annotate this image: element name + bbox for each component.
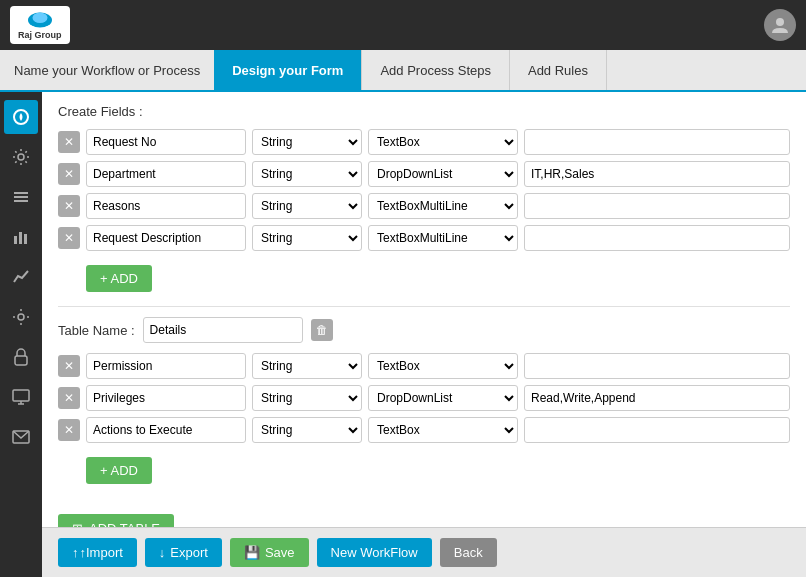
- svg-point-11: [18, 314, 24, 320]
- header: Raj Group: [0, 0, 806, 50]
- tfield-control-2[interactable]: DropDownListTextBoxTextBoxMultiLine: [368, 385, 518, 411]
- tfield-control-3[interactable]: TextBoxDropDownListTextBoxMultiLine: [368, 417, 518, 443]
- svg-rect-13: [13, 390, 29, 401]
- delete-field-1[interactable]: ✕: [58, 131, 80, 153]
- sidebar-item-email[interactable]: [4, 420, 38, 454]
- field-control-2[interactable]: DropDownListTextBoxTextBoxMultiLine: [368, 161, 518, 187]
- sidebar-item-gear[interactable]: [4, 140, 38, 174]
- svg-rect-9: [19, 232, 22, 244]
- tfield-name-1[interactable]: [86, 353, 246, 379]
- save-button[interactable]: 💾 Save: [230, 538, 309, 567]
- field-value-3[interactable]: [524, 193, 790, 219]
- field-name-2[interactable]: [86, 161, 246, 187]
- table-row: ✕ String TextBoxMultiLineTextBoxDropDown…: [58, 225, 790, 251]
- add-field-button[interactable]: + ADD: [86, 265, 152, 292]
- new-workflow-button[interactable]: New WorkFlow: [317, 538, 432, 567]
- fields-container: ✕ StringIntegerBooleanDate TextBoxDropDo…: [58, 129, 790, 251]
- table-name-input[interactable]: [143, 317, 303, 343]
- tab-add-rules[interactable]: Add Rules: [510, 50, 607, 90]
- field-control-3[interactable]: TextBoxMultiLineTextBoxDropDownList: [368, 193, 518, 219]
- field-name-1[interactable]: [86, 129, 246, 155]
- svg-rect-5: [14, 192, 28, 194]
- create-fields-label: Create Fields :: [58, 104, 790, 119]
- table-row: ✕ String DropDownListTextBoxTextBoxMulti…: [58, 161, 790, 187]
- field-control-1[interactable]: TextBoxDropDownListTextBoxMultiLine: [368, 129, 518, 155]
- field-value-2[interactable]: [524, 161, 790, 187]
- logo-text: Raj Group: [18, 30, 62, 40]
- export-button[interactable]: ↓ Export: [145, 538, 222, 567]
- sidebar-item-settings2[interactable]: [4, 300, 38, 334]
- logo-box: Raj Group: [10, 6, 70, 44]
- table-row: ✕ String TextBoxMultiLineTextBoxDropDown…: [58, 193, 790, 219]
- import-icon: ↑: [72, 545, 79, 560]
- tfield-type-3[interactable]: String: [252, 417, 362, 443]
- field-name-4[interactable]: [86, 225, 246, 251]
- sidebar-item-paint[interactable]: [4, 100, 38, 134]
- svg-point-1: [32, 13, 47, 24]
- table-fields-container: ✕ String TextBoxDropDownListTextBoxMulti…: [58, 353, 790, 443]
- tfield-value-1[interactable]: [524, 353, 790, 379]
- delete-tfield-1[interactable]: ✕: [58, 355, 80, 377]
- user-avatar: [764, 9, 796, 41]
- table-name-row: Table Name : 🗑: [58, 317, 790, 343]
- tfield-type-2[interactable]: String: [252, 385, 362, 411]
- tfield-name-3[interactable]: [86, 417, 246, 443]
- tfield-control-1[interactable]: TextBoxDropDownListTextBoxMultiLine: [368, 353, 518, 379]
- field-control-4[interactable]: TextBoxMultiLineTextBoxDropDownList: [368, 225, 518, 251]
- svg-point-4: [18, 154, 24, 160]
- delete-field-3[interactable]: ✕: [58, 195, 80, 217]
- delete-field-2[interactable]: ✕: [58, 163, 80, 185]
- field-type-2[interactable]: String: [252, 161, 362, 187]
- table-row: ✕ String TextBoxDropDownListTextBoxMulti…: [58, 417, 790, 443]
- delete-tfield-3[interactable]: ✕: [58, 419, 80, 441]
- add-table-button[interactable]: ⊞ ADD TABLE: [58, 514, 174, 527]
- svg-rect-10: [24, 234, 27, 244]
- import-button[interactable]: ↑ ↑Import: [58, 538, 137, 567]
- tab-add-process-steps[interactable]: Add Process Steps: [362, 50, 510, 90]
- sidebar: [0, 92, 42, 577]
- tab-design-form[interactable]: Design your Form: [214, 50, 362, 90]
- back-button[interactable]: Back: [440, 538, 497, 567]
- svg-rect-6: [14, 196, 28, 198]
- logo-icon: [25, 10, 55, 30]
- table-row: ✕ StringIntegerBooleanDate TextBoxDropDo…: [58, 129, 790, 155]
- table-row: ✕ String TextBoxDropDownListTextBoxMulti…: [58, 353, 790, 379]
- table-name-label: Table Name :: [58, 323, 135, 338]
- tfield-type-1[interactable]: String: [252, 353, 362, 379]
- tab-name-workflow[interactable]: Name your Workflow or Process: [0, 50, 214, 90]
- export-icon: ↓: [159, 545, 166, 560]
- field-type-3[interactable]: String: [252, 193, 362, 219]
- svg-rect-7: [14, 200, 28, 202]
- sidebar-item-barchart[interactable]: [4, 260, 38, 294]
- table-row: ✕ String DropDownListTextBoxTextBoxMulti…: [58, 385, 790, 411]
- save-icon: 💾: [244, 545, 260, 560]
- field-name-3[interactable]: [86, 193, 246, 219]
- sidebar-item-list[interactable]: [4, 180, 38, 214]
- svg-point-2: [776, 18, 784, 26]
- delete-table-button[interactable]: 🗑: [311, 319, 333, 341]
- field-type-4[interactable]: String: [252, 225, 362, 251]
- tfield-name-2[interactable]: [86, 385, 246, 411]
- sidebar-item-monitor[interactable]: [4, 380, 38, 414]
- field-value-1[interactable]: [524, 129, 790, 155]
- tab-bar: Name your Workflow or Process Design you…: [0, 50, 806, 92]
- tfield-value-2[interactable]: [524, 385, 790, 411]
- main: Create Fields : ✕ StringIntegerBooleanDa…: [0, 92, 806, 577]
- delete-field-4[interactable]: ✕: [58, 227, 80, 249]
- field-type-1[interactable]: StringIntegerBooleanDate: [252, 129, 362, 155]
- sidebar-item-chart[interactable]: [4, 220, 38, 254]
- delete-tfield-2[interactable]: ✕: [58, 387, 80, 409]
- tfield-value-3[interactable]: [524, 417, 790, 443]
- svg-rect-8: [14, 236, 17, 244]
- svg-rect-12: [15, 356, 27, 365]
- bottom-bar: ↑ ↑Import ↓ Export 💾 Save New WorkFlow B…: [42, 527, 806, 577]
- content: Create Fields : ✕ StringIntegerBooleanDa…: [42, 92, 806, 527]
- sidebar-item-lock[interactable]: [4, 340, 38, 374]
- field-value-4[interactable]: [524, 225, 790, 251]
- add-table-field-button[interactable]: + ADD: [86, 457, 152, 484]
- table-section: Table Name : 🗑 ✕ String TextBoxDropDownL…: [58, 306, 790, 498]
